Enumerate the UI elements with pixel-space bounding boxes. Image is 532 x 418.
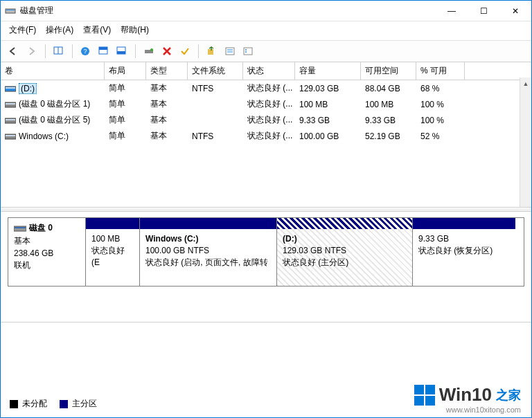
volume-row[interactable]: Windows (C:)简单基本NTFS状态良好 (...100.00 GB52…	[1, 128, 531, 144]
volume-type: 基本	[146, 113, 188, 127]
partition-stripe	[413, 218, 515, 229]
partition-block[interactable]: (D:)129.03 GB NTFS状态良好 (主分区)	[277, 218, 413, 286]
volume-pctfree: 68 %	[416, 82, 465, 95]
legend-unallocated: 未分配	[10, 398, 47, 410]
app-icon	[5, 6, 16, 17]
col-volume[interactable]: 卷	[1, 62, 105, 80]
partition-body: 9.33 GB状态良好 (恢复分区)	[413, 229, 515, 286]
windows-logo-icon	[414, 385, 435, 406]
watermark-url: www.win10xitong.com	[414, 406, 521, 414]
legend-unalloc-label: 未分配	[22, 398, 47, 410]
disk-status: 联机	[14, 260, 80, 271]
toolbar-separator	[198, 44, 199, 58]
swatch-unalloc	[10, 400, 18, 408]
menu-help[interactable]: 帮助(H)	[121, 24, 149, 36]
volume-row[interactable]: (磁盘 0 磁盘分区 5)简单基本状态良好 (...9.33 GB9.33 GB…	[1, 112, 531, 128]
maximize-button[interactable]: ☐	[468, 1, 499, 21]
swatch-primary	[60, 400, 68, 408]
col-status[interactable]: 状态	[243, 62, 295, 80]
volume-status: 状态良好 (...	[243, 81, 295, 96]
volume-name: (磁盘 0 磁盘分区 5)	[19, 114, 90, 126]
volume-name: Windows (C:)	[19, 131, 69, 141]
disk-type: 基本	[14, 235, 80, 247]
col-capacity[interactable]: 容量	[295, 62, 361, 80]
partition-size: 100.00 GB NTFS	[145, 245, 271, 257]
scrollbar[interactable]: ▲	[520, 78, 531, 207]
partition-body: Windows (C:)100.00 GB NTFS状态良好 (启动, 页面文件…	[140, 229, 276, 286]
svg-point-18	[245, 51, 247, 53]
window-buttons: — ☐ ✕	[436, 1, 531, 21]
partition-stripe	[277, 218, 412, 229]
partition-stripe	[140, 218, 276, 229]
forward-button[interactable]	[24, 44, 39, 59]
volume-capacity: 100.00 GB	[295, 130, 361, 143]
svg-rect-13	[226, 48, 234, 55]
view-bottom-icon[interactable]	[114, 44, 130, 59]
partition-status: 状态良好 (启动, 页面文件, 故障转	[145, 257, 271, 269]
scroll-up-icon[interactable]: ▲	[520, 78, 531, 89]
volume-free: 9.33 GB	[361, 114, 416, 127]
partition-name: (D:)	[283, 233, 407, 245]
partition-status: 状态良好 (主分区)	[283, 257, 407, 269]
menu-view[interactable]: 查看(V)	[83, 24, 111, 36]
volume-list-pane: 卷 布局 类型 文件系统 状态 容量 可用空间 % 可用 (D:)简单基本NTF…	[1, 62, 531, 208]
col-layout[interactable]: 布局	[105, 62, 146, 80]
disk-size: 238.46 GB	[14, 248, 80, 258]
volume-free: 52.19 GB	[361, 130, 416, 143]
partition-status: 状态良好 (恢复分区)	[418, 245, 510, 257]
disk-name: 磁盘 0	[29, 222, 53, 234]
help-icon[interactable]: ?	[78, 44, 94, 59]
volume-capacity: 129.03 GB	[295, 82, 361, 95]
col-type[interactable]: 类型	[146, 62, 188, 80]
volume-capacity: 100 MB	[295, 98, 361, 111]
partition-block[interactable]: Windows (C:)100.00 GB NTFS状态良好 (启动, 页面文件…	[140, 218, 277, 286]
svg-text:?: ?	[83, 48, 87, 55]
partition-block[interactable]: 9.33 GB状态良好 (恢复分区)	[413, 218, 515, 286]
volume-row[interactable]: (磁盘 0 磁盘分区 1)简单基本状态良好 (...100 MB100 MB10…	[1, 96, 531, 112]
volume-status: 状态良好 (...	[243, 113, 295, 127]
settings-icon[interactable]	[141, 44, 157, 59]
delete-icon[interactable]	[159, 44, 175, 59]
partition-name: Windows (C:)	[145, 233, 271, 245]
volume-type: 基本	[146, 97, 188, 111]
menu-action[interactable]: 操作(A)	[46, 24, 73, 36]
col-fs[interactable]: 文件系统	[188, 62, 243, 80]
check-icon[interactable]	[177, 44, 193, 59]
toolbar-rescan-icon[interactable]	[51, 44, 66, 59]
volume-layout: 简单	[105, 129, 146, 143]
list-icon[interactable]	[240, 44, 256, 59]
partition-size: 129.03 GB NTFS	[283, 245, 407, 257]
partition-block[interactable]: 100 MB状态良好 (E	[86, 218, 140, 286]
back-button[interactable]	[6, 44, 21, 59]
volume-row[interactable]: (D:)简单基本NTFS状态良好 (...129.03 GB88.04 GB68…	[1, 80, 531, 96]
disk-graphic-pane: 磁盘 0 基本 238.46 GB 联机 100 MB状态良好 (EWindow…	[1, 212, 531, 322]
extend-icon[interactable]	[204, 44, 220, 59]
volume-icon	[5, 132, 16, 140]
col-free[interactable]: 可用空间	[361, 62, 416, 80]
svg-rect-9	[117, 51, 125, 54]
legend-primary-label: 主分区	[72, 398, 97, 410]
disk-label[interactable]: 磁盘 0 基本 238.46 GB 联机	[8, 218, 86, 286]
close-button[interactable]: ✕	[499, 1, 531, 21]
properties-icon[interactable]	[222, 44, 238, 59]
legend-primary: 主分区	[60, 398, 97, 410]
partition-size: 100 MB	[91, 233, 134, 245]
svg-rect-12	[208, 49, 213, 55]
volume-capacity: 9.33 GB	[295, 114, 361, 127]
volume-pctfree: 52 %	[416, 130, 465, 143]
disk-row: 磁盘 0 基本 238.46 GB 联机 100 MB状态良好 (EWindow…	[8, 217, 524, 287]
volume-free: 100 MB	[361, 98, 416, 111]
volume-pctfree: 100 %	[416, 98, 465, 111]
partition-body: (D:)129.03 GB NTFS状态良好 (主分区)	[277, 229, 412, 286]
toolbar-separator	[135, 44, 136, 58]
window-title: 磁盘管理	[20, 5, 436, 17]
volume-status: 状态良好 (...	[243, 129, 295, 143]
volume-name: (磁盘 0 磁盘分区 1)	[19, 98, 90, 110]
minimize-button[interactable]: —	[436, 1, 468, 21]
col-pctfree[interactable]: % 可用	[416, 62, 465, 80]
partition-stripe	[86, 218, 139, 229]
volume-rows: (D:)简单基本NTFS状态良好 (...129.03 GB88.04 GB68…	[1, 80, 531, 144]
menu-file[interactable]: 文件(F)	[9, 24, 36, 36]
volume-fs: NTFS	[188, 82, 243, 95]
view-top-icon[interactable]	[96, 44, 112, 59]
